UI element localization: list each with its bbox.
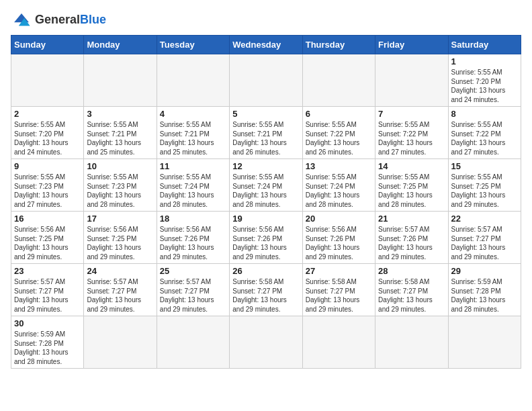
day-info: Sunrise: 5:55 AMSunset: 7:25 PMDaylight:… <box>378 173 445 209</box>
day-info: Sunrise: 5:59 AMSunset: 7:28 PMDaylight:… <box>14 330 81 366</box>
calendar-cell <box>302 54 375 107</box>
day-info: Sunrise: 5:55 AMSunset: 7:22 PMDaylight:… <box>378 120 445 156</box>
calendar-cell: 28Sunrise: 5:58 AMSunset: 7:27 PMDayligh… <box>375 264 448 316</box>
calendar-cell <box>11 54 84 107</box>
calendar-cell <box>448 316 521 369</box>
day-number: 1 <box>451 56 518 66</box>
day-info: Sunrise: 5:57 AMSunset: 7:27 PMDaylight:… <box>160 277 226 314</box>
calendar-cell: 30Sunrise: 5:59 AMSunset: 7:28 PMDayligh… <box>11 316 84 369</box>
day-number: 14 <box>378 161 445 171</box>
calendar-cell: 16Sunrise: 5:56 AMSunset: 7:25 PMDayligh… <box>11 212 84 264</box>
day-number: 23 <box>14 266 81 276</box>
calendar-cell: 21Sunrise: 5:57 AMSunset: 7:26 PMDayligh… <box>375 212 448 264</box>
calendar-cell <box>375 316 448 369</box>
day-number: 2 <box>14 109 81 119</box>
calendar-row: 30Sunrise: 5:59 AMSunset: 7:28 PMDayligh… <box>11 316 521 369</box>
day-number: 13 <box>306 161 372 171</box>
day-info: Sunrise: 5:55 AMSunset: 7:23 PMDaylight:… <box>14 173 81 209</box>
weekday-header: Tuesday <box>157 36 229 54</box>
calendar-cell: 2Sunrise: 5:55 AMSunset: 7:20 PMDaylight… <box>11 107 84 159</box>
calendar-cell: 17Sunrise: 5:56 AMSunset: 7:25 PMDayligh… <box>84 212 157 264</box>
day-number: 9 <box>14 161 81 171</box>
calendar-cell: 6Sunrise: 5:55 AMSunset: 7:22 PMDaylight… <box>302 107 375 159</box>
day-info: Sunrise: 5:58 AMSunset: 7:27 PMDaylight:… <box>306 277 372 314</box>
day-number: 4 <box>160 109 226 119</box>
day-info: Sunrise: 5:55 AMSunset: 7:24 PMDaylight:… <box>306 173 372 209</box>
calendar: SundayMondayTuesdayWednesdayThursdayFrid… <box>11 35 521 369</box>
day-number: 8 <box>451 109 518 119</box>
calendar-row: 2Sunrise: 5:55 AMSunset: 7:20 PMDaylight… <box>11 107 521 159</box>
logo-icon <box>11 11 32 30</box>
day-info: Sunrise: 5:55 AMSunset: 7:24 PMDaylight:… <box>232 173 299 209</box>
calendar-row: 16Sunrise: 5:56 AMSunset: 7:25 PMDayligh… <box>11 212 521 264</box>
day-info: Sunrise: 5:55 AMSunset: 7:21 PMDaylight:… <box>160 120 226 156</box>
calendar-row: 9Sunrise: 5:55 AMSunset: 7:23 PMDaylight… <box>11 159 521 212</box>
calendar-cell: 18Sunrise: 5:56 AMSunset: 7:26 PMDayligh… <box>157 212 229 264</box>
calendar-header: SundayMondayTuesdayWednesdayThursdayFrid… <box>11 36 521 54</box>
day-info: Sunrise: 5:56 AMSunset: 7:25 PMDaylight:… <box>14 225 81 261</box>
day-info: Sunrise: 5:55 AMSunset: 7:22 PMDaylight:… <box>451 120 518 156</box>
calendar-row: 23Sunrise: 5:57 AMSunset: 7:27 PMDayligh… <box>11 264 521 316</box>
day-info: Sunrise: 5:59 AMSunset: 7:28 PMDaylight:… <box>451 277 518 314</box>
day-number: 7 <box>378 109 445 119</box>
calendar-cell: 13Sunrise: 5:55 AMSunset: 7:24 PMDayligh… <box>302 159 375 212</box>
day-info: Sunrise: 5:55 AMSunset: 7:24 PMDaylight:… <box>160 173 226 209</box>
calendar-cell: 5Sunrise: 5:55 AMSunset: 7:21 PMDaylight… <box>230 107 302 159</box>
calendar-cell: 3Sunrise: 5:55 AMSunset: 7:21 PMDaylight… <box>84 107 157 159</box>
day-number: 5 <box>232 109 299 119</box>
day-number: 17 <box>87 214 153 224</box>
weekday-header: Wednesday <box>230 36 302 54</box>
day-number: 16 <box>14 214 81 224</box>
day-number: 15 <box>451 161 518 171</box>
calendar-cell: 1Sunrise: 5:55 AMSunset: 7:20 PMDaylight… <box>448 54 521 107</box>
day-info: Sunrise: 5:56 AMSunset: 7:25 PMDaylight:… <box>87 225 153 261</box>
day-number: 26 <box>232 266 299 276</box>
day-info: Sunrise: 5:56 AMSunset: 7:26 PMDaylight:… <box>306 225 372 261</box>
weekday-header: Friday <box>375 36 448 54</box>
weekday-header: Saturday <box>448 36 521 54</box>
day-number: 12 <box>232 161 299 171</box>
day-number: 30 <box>14 318 81 328</box>
day-number: 19 <box>232 214 299 224</box>
day-info: Sunrise: 5:55 AMSunset: 7:23 PMDaylight:… <box>87 173 153 209</box>
calendar-cell: 12Sunrise: 5:55 AMSunset: 7:24 PMDayligh… <box>230 159 302 212</box>
day-info: Sunrise: 5:58 AMSunset: 7:27 PMDaylight:… <box>232 277 299 314</box>
day-number: 21 <box>378 214 445 224</box>
day-number: 29 <box>451 266 518 276</box>
day-number: 20 <box>306 214 372 224</box>
calendar-cell: 29Sunrise: 5:59 AMSunset: 7:28 PMDayligh… <box>448 264 521 316</box>
calendar-cell: 4Sunrise: 5:55 AMSunset: 7:21 PMDaylight… <box>157 107 229 159</box>
weekday-header: Sunday <box>11 36 84 54</box>
weekday-header: Monday <box>84 36 157 54</box>
weekday-row: SundayMondayTuesdayWednesdayThursdayFrid… <box>11 36 521 54</box>
day-info: Sunrise: 5:55 AMSunset: 7:21 PMDaylight:… <box>232 120 299 156</box>
day-info: Sunrise: 5:55 AMSunset: 7:25 PMDaylight:… <box>451 173 518 209</box>
day-info: Sunrise: 5:57 AMSunset: 7:27 PMDaylight:… <box>14 277 81 314</box>
day-number: 22 <box>451 214 518 224</box>
day-number: 25 <box>160 266 226 276</box>
calendar-cell <box>302 316 375 369</box>
day-info: Sunrise: 5:55 AMSunset: 7:22 PMDaylight:… <box>306 120 372 156</box>
calendar-cell: 20Sunrise: 5:56 AMSunset: 7:26 PMDayligh… <box>302 212 375 264</box>
calendar-cell <box>375 54 448 107</box>
calendar-cell <box>230 54 302 107</box>
calendar-cell: 19Sunrise: 5:56 AMSunset: 7:26 PMDayligh… <box>230 212 302 264</box>
day-number: 11 <box>160 161 226 171</box>
day-number: 6 <box>306 109 372 119</box>
day-info: Sunrise: 5:55 AMSunset: 7:20 PMDaylight:… <box>14 120 81 156</box>
calendar-cell: 9Sunrise: 5:55 AMSunset: 7:23 PMDaylight… <box>11 159 84 212</box>
calendar-cell <box>157 316 229 369</box>
calendar-cell: 14Sunrise: 5:55 AMSunset: 7:25 PMDayligh… <box>375 159 448 212</box>
calendar-cell <box>230 316 302 369</box>
calendar-cell: 7Sunrise: 5:55 AMSunset: 7:22 PMDaylight… <box>375 107 448 159</box>
calendar-cell: 27Sunrise: 5:58 AMSunset: 7:27 PMDayligh… <box>302 264 375 316</box>
page-header: GeneralBlue <box>11 11 521 30</box>
day-number: 28 <box>378 266 445 276</box>
logo: GeneralBlue <box>11 11 106 30</box>
logo-blue: Blue <box>80 13 106 26</box>
day-info: Sunrise: 5:56 AMSunset: 7:26 PMDaylight:… <box>160 225 226 261</box>
calendar-cell: 10Sunrise: 5:55 AMSunset: 7:23 PMDayligh… <box>84 159 157 212</box>
calendar-cell: 11Sunrise: 5:55 AMSunset: 7:24 PMDayligh… <box>157 159 229 212</box>
day-number: 10 <box>87 161 153 171</box>
calendar-cell: 8Sunrise: 5:55 AMSunset: 7:22 PMDaylight… <box>448 107 521 159</box>
